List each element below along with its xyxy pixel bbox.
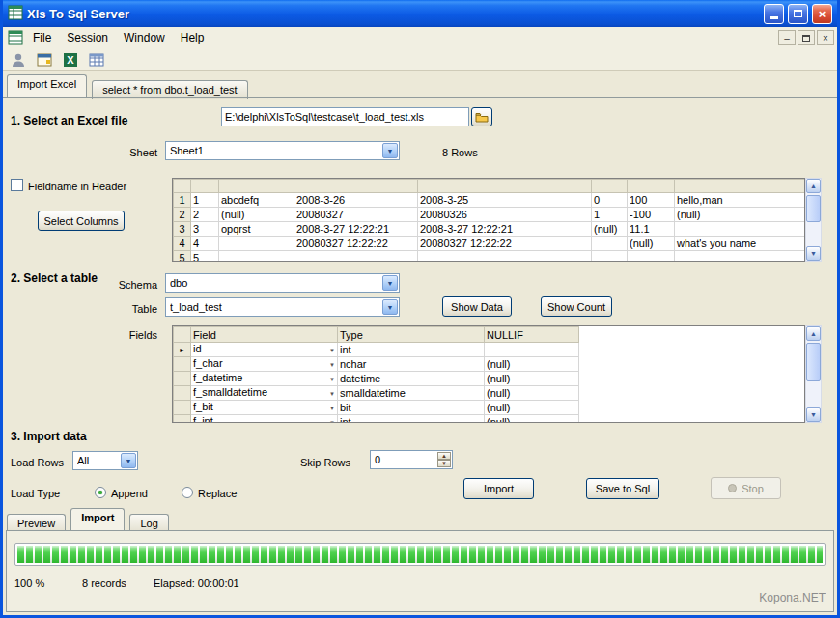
grid-cell[interactable]: 20080327 [294, 208, 418, 222]
cell-dropdown-icon[interactable]: ▼ [329, 415, 335, 423]
grid-cell[interactable] [675, 222, 805, 237]
menu-file[interactable]: File [25, 28, 59, 47]
load-rows-combo-arrow-icon[interactable]: ▼ [121, 453, 136, 468]
menu-session[interactable]: Session [59, 28, 116, 47]
grid-cell[interactable]: 4 [191, 237, 219, 251]
nullif-cell[interactable]: (null) [485, 401, 579, 415]
user-connection-icon[interactable] [9, 50, 28, 70]
append-label[interactable]: Append [111, 488, 148, 499]
type-cell[interactable]: int [338, 343, 485, 357]
grid-cell[interactable]: 20080327 12:22:22 [294, 237, 418, 251]
load-rows-combo[interactable]: All ▼ [72, 451, 138, 470]
type-cell[interactable]: bit [338, 401, 485, 415]
grid-cell[interactable] [592, 251, 628, 263]
type-cell[interactable]: datetime [338, 372, 485, 386]
grid-cell[interactable]: 2 [191, 208, 219, 222]
grid-cell[interactable] [592, 237, 628, 251]
field-cell[interactable]: ▼f_smalldatetime [191, 386, 338, 401]
grid-cell[interactable]: 2008-3-25 [418, 193, 592, 208]
tab-import[interactable]: Import [70, 508, 125, 530]
field-row[interactable]: ► ▼id int [174, 343, 579, 357]
table-combo[interactable]: t_load_test ▼ [165, 297, 400, 317]
spin-up-icon[interactable]: ▲ [437, 452, 451, 460]
excel-icon[interactable]: X [61, 50, 80, 70]
table-combo-arrow-icon[interactable]: ▼ [382, 299, 398, 315]
grid-cell[interactable]: 11.1 [628, 222, 675, 237]
new-session-icon[interactable] [35, 50, 54, 70]
cell-dropdown-icon[interactable]: ▼ [329, 357, 335, 371]
grid-cell[interactable]: 100 [628, 193, 675, 208]
cell-dropdown-icon[interactable]: ▼ [329, 401, 335, 414]
field-row[interactable]: ▼f_smalldatetime smalldatetime (null) [174, 386, 579, 401]
excel-grid-row[interactable]: 5 5 [174, 251, 805, 263]
menu-help[interactable]: Help [173, 28, 212, 47]
grid-cell[interactable]: 2008-3-27 12:22:21 [294, 222, 418, 237]
grid-cell[interactable] [418, 251, 592, 263]
fieldname-header-label[interactable]: Fieldname in Header [28, 181, 126, 192]
tab-import-excel[interactable]: Import Excel [7, 74, 87, 97]
scroll-up-icon[interactable]: ▲ [806, 326, 821, 341]
grid-cell[interactable]: 20080327 12:22:22 [418, 237, 592, 251]
nullif-cell[interactable]: (null) [485, 357, 579, 372]
grid-cell[interactable] [219, 237, 294, 251]
fieldname-header-checkbox[interactable] [11, 179, 23, 191]
fields-grid-scrollbar[interactable]: ▲ ▼ [805, 325, 822, 423]
grid-cell[interactable]: 1 [592, 208, 628, 222]
file-path-input[interactable]: E:\delphi\XlsToSql\testcase\t_load_test.… [221, 107, 469, 126]
grid-cell[interactable]: opqrst [219, 222, 294, 237]
field-row[interactable]: ▼f_char nchar (null) [174, 357, 579, 372]
replace-radio[interactable] [182, 487, 193, 498]
sheet-combo[interactable]: Sheet1 ▼ [165, 141, 400, 160]
mdi-close-button[interactable]: × [817, 30, 834, 45]
cell-dropdown-icon[interactable]: ▼ [329, 386, 335, 400]
excel-grid-row[interactable]: 1 1 abcdefq 2008-3-26 2008-3-25 0 100 he… [174, 193, 805, 208]
spin-down-icon[interactable]: ▼ [437, 460, 451, 467]
data-grid-icon[interactable] [87, 50, 106, 70]
field-row[interactable]: ▼f_int int (null) [174, 415, 579, 424]
excel-grid-scrollbar[interactable]: ▲ ▼ [805, 178, 822, 262]
field-cell[interactable]: ▼id [191, 343, 338, 357]
grid-cell[interactable]: (null) [219, 208, 294, 222]
grid-cell[interactable] [628, 251, 675, 263]
scrollbar-thumb[interactable] [806, 343, 821, 381]
grid-cell[interactable]: 0 [592, 193, 628, 208]
scroll-down-icon[interactable]: ▼ [806, 407, 821, 422]
schema-combo[interactable]: dbo ▼ [165, 273, 400, 293]
excel-preview-grid[interactable]: 1 1 abcdefq 2008-3-26 2008-3-25 0 100 he… [172, 178, 805, 262]
replace-label[interactable]: Replace [198, 488, 237, 499]
field-row[interactable]: ▼f_datetime datetime (null) [174, 372, 579, 386]
grid-cell[interactable]: (null) [592, 222, 628, 237]
grid-cell[interactable]: 5 [191, 251, 219, 263]
mdi-minimize-button[interactable]: – [778, 30, 796, 45]
grid-cell[interactable]: -100 [628, 208, 675, 222]
menu-window[interactable]: Window [116, 28, 173, 47]
select-columns-button[interactable]: Select Columns [38, 211, 125, 231]
show-data-button[interactable]: Show Data [442, 296, 512, 317]
type-cell[interactable]: int [338, 415, 485, 424]
grid-cell[interactable]: what's you name [675, 237, 805, 251]
nullif-cell[interactable] [485, 343, 579, 357]
grid-cell[interactable] [675, 251, 805, 263]
show-count-button[interactable]: Show Count [541, 296, 612, 317]
append-radio[interactable] [95, 487, 106, 498]
field-cell[interactable]: ▼f_int [191, 415, 338, 424]
grid-cell[interactable]: abcdefq [219, 193, 294, 208]
minimize-button[interactable] [764, 4, 784, 24]
grid-cell[interactable]: (null) [628, 237, 675, 251]
excel-grid-row[interactable]: 3 3 opqrst 2008-3-27 12:22:21 2008-3-27 … [174, 222, 805, 237]
grid-cell[interactable] [294, 251, 418, 263]
grid-cell[interactable]: 20080326 [418, 208, 592, 222]
import-button[interactable]: Import [463, 478, 534, 499]
grid-cell[interactable] [219, 251, 294, 263]
sheet-combo-arrow-icon[interactable]: ▼ [382, 143, 398, 158]
skip-rows-stepper[interactable]: 0 ▲ ▼ [370, 450, 453, 469]
excel-grid-row[interactable]: 4 4 20080327 12:22:22 20080327 12:22:22 … [174, 237, 805, 251]
close-button[interactable]: × [812, 4, 832, 24]
schema-combo-arrow-icon[interactable]: ▼ [382, 275, 398, 291]
scrollbar-thumb[interactable] [806, 195, 821, 222]
grid-cell[interactable]: 3 [191, 222, 219, 237]
cell-dropdown-icon[interactable]: ▼ [329, 343, 335, 356]
grid-cell[interactable]: 2008-3-27 12:22:21 [418, 222, 592, 237]
maximize-button[interactable] [788, 4, 808, 24]
grid-cell[interactable]: 2008-3-26 [294, 193, 418, 208]
